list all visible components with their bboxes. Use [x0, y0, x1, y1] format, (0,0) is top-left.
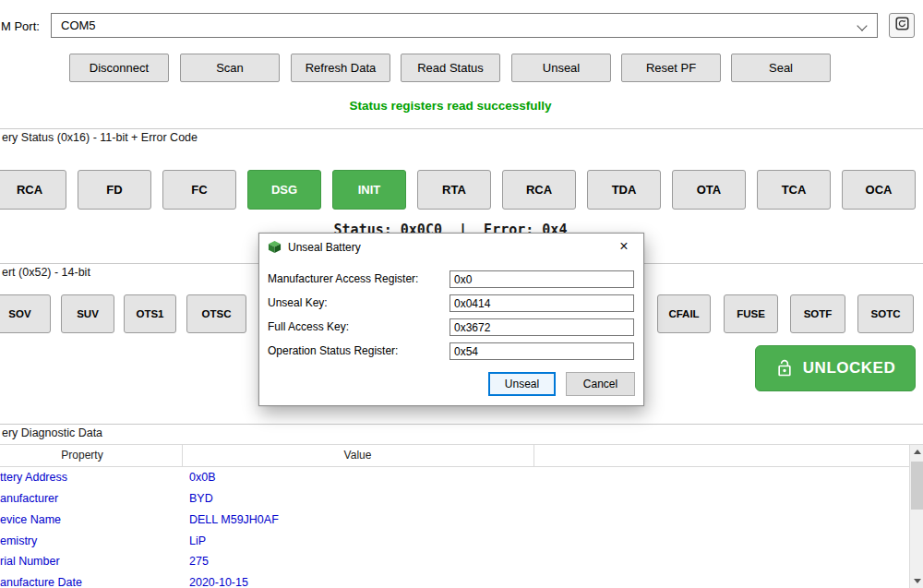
- section-divider: [0, 128, 923, 129]
- unseal-button[interactable]: Unseal: [511, 54, 611, 82]
- com-port-value: COM5: [61, 18, 96, 32]
- property-cell: anufacture Date: [0, 572, 182, 588]
- refresh-data-button[interactable]: Refresh Data: [291, 54, 390, 82]
- flag-rta[interactable]: RTA: [417, 170, 491, 210]
- vertical-scrollbar[interactable]: [909, 445, 923, 588]
- scroll-down-icon: [914, 579, 921, 583]
- status-message: Status registers read successfully: [0, 99, 901, 113]
- value-cell: DELL M59JH0AF: [189, 510, 531, 531]
- property-cell: evice Name: [0, 510, 182, 531]
- table-row[interactable]: emistry LiP: [0, 531, 909, 552]
- dialog-title: Unseal Battery: [288, 241, 361, 254]
- flag-fd[interactable]: FD: [78, 170, 151, 210]
- chevron-down-icon: [857, 20, 867, 30]
- column-header-property[interactable]: Property: [0, 445, 164, 466]
- manufacturer-access-register-field[interactable]: [450, 270, 634, 288]
- table-row[interactable]: evice Name DELL M59JH0AF: [0, 510, 909, 531]
- scrollbar-thumb[interactable]: [911, 462, 923, 510]
- flag-init[interactable]: INIT: [332, 170, 406, 210]
- read-status-button[interactable]: Read Status: [401, 54, 500, 82]
- scroll-up-button[interactable]: [910, 445, 923, 459]
- flag-sov[interactable]: SOV: [0, 294, 51, 333]
- alert-section-title: ert (0x52) - 14-bit: [2, 266, 90, 279]
- diagnostic-section-title: ery Diagnostic Data: [2, 426, 102, 439]
- flag-tda[interactable]: TDA: [587, 170, 661, 210]
- table-row[interactable]: rial Number 275: [0, 551, 909, 572]
- flag-oca[interactable]: OCA: [842, 170, 916, 210]
- value-cell: 275: [189, 551, 531, 572]
- seal-button[interactable]: Seal: [731, 54, 831, 82]
- close-icon[interactable]: ×: [605, 234, 643, 259]
- flag-fuse[interactable]: FUSE: [724, 294, 778, 333]
- flag-cfail[interactable]: CFAIL: [657, 294, 711, 333]
- unlocked-label: UNLOCKED: [803, 359, 895, 378]
- flag-fc[interactable]: FC: [162, 170, 236, 210]
- dialog-cancel-button[interactable]: Cancel: [566, 372, 635, 396]
- property-cell: emistry: [0, 531, 182, 552]
- com-port-select[interactable]: COM5: [51, 13, 878, 38]
- flag-sotc[interactable]: SOTC: [857, 294, 914, 333]
- value-cell: LiP: [189, 531, 531, 552]
- flag-ota[interactable]: OTA: [672, 170, 746, 210]
- battery-status-section-title: ery Status (0x16) - 11-bit + Error Code: [2, 131, 198, 144]
- column-separator[interactable]: [182, 445, 183, 466]
- reset-pf-button[interactable]: Reset PF: [621, 54, 721, 82]
- flag-otsc[interactable]: OTSC: [186, 294, 246, 333]
- refresh-ports-icon: [894, 16, 910, 35]
- scroll-up-icon: [914, 450, 921, 454]
- table-row[interactable]: ttery Address 0x0B: [0, 467, 909, 488]
- flag-rca-2[interactable]: RCA: [502, 170, 576, 210]
- flag-rca-1[interactable]: RCA: [0, 170, 66, 210]
- unseal-battery-dialog-icon: [268, 240, 282, 254]
- unlocked-status-button[interactable]: UNLOCKED: [755, 345, 916, 391]
- flag-tca[interactable]: TCA: [757, 170, 831, 210]
- operation-status-register-label: Operation Status Register:: [268, 342, 398, 360]
- table-row[interactable]: anufacturer BYD: [0, 488, 909, 510]
- table-row[interactable]: anufacture Date 2020-10-15: [0, 572, 909, 588]
- property-cell: ttery Address: [0, 467, 182, 488]
- column-header-value[interactable]: Value: [182, 445, 533, 466]
- manufacturer-access-register-label: Manufacturer Access Register:: [268, 270, 418, 288]
- unseal-key-field[interactable]: [450, 294, 634, 312]
- property-cell: rial Number: [0, 551, 182, 572]
- com-port-label: M Port:: [1, 19, 40, 33]
- value-cell: 0x0B: [189, 467, 531, 488]
- property-cell: anufacturer: [0, 488, 182, 510]
- scroll-down-button[interactable]: [910, 574, 923, 588]
- unlock-icon: [775, 359, 794, 378]
- value-cell: 2020-10-15: [189, 572, 531, 588]
- full-access-key-field[interactable]: [450, 318, 634, 336]
- flag-ots1[interactable]: OTS1: [124, 294, 176, 333]
- value-cell: BYD: [189, 488, 531, 510]
- operation-status-register-field[interactable]: [450, 342, 634, 360]
- flag-dsg[interactable]: DSG: [247, 170, 321, 210]
- disconnect-button[interactable]: Disconnect: [69, 54, 169, 82]
- flag-suv[interactable]: SUV: [61, 294, 114, 333]
- scan-button[interactable]: Scan: [180, 54, 280, 82]
- full-access-key-label: Full Access Key:: [268, 318, 349, 336]
- app-window: M Port: COM5 Disconnect Scan Refresh Dat…: [0, 0, 923, 588]
- section-divider: [0, 424, 923, 425]
- column-separator[interactable]: [533, 445, 534, 466]
- refresh-ports-button[interactable]: [889, 13, 915, 38]
- dialog-unseal-button[interactable]: Unseal: [488, 372, 556, 396]
- dialog-titlebar[interactable]: Unseal Battery: [259, 234, 643, 260]
- unseal-battery-dialog: Unseal Battery × Manufacturer Access Reg…: [258, 233, 644, 406]
- flag-sotf[interactable]: SOTF: [790, 294, 845, 333]
- unseal-key-label: Unseal Key:: [268, 294, 328, 312]
